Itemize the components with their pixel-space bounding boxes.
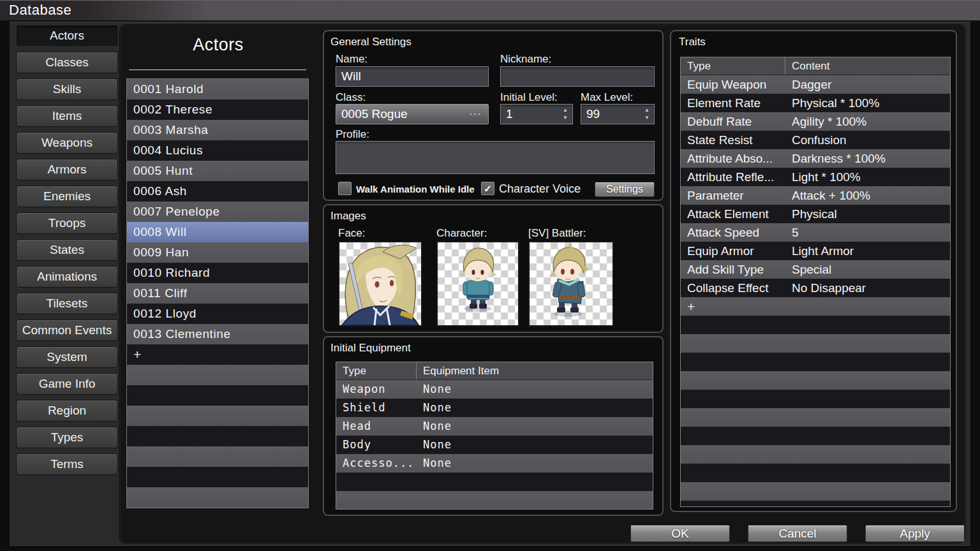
actor-list-item[interactable]: 0009 Han bbox=[127, 242, 308, 263]
actor-list-item[interactable]: 0004 Lucius bbox=[127, 140, 308, 161]
actor-list-item[interactable]: 0013 Clementine bbox=[127, 324, 308, 344]
traits-panel: Traits Type Content Equip WeaponDaggerEl… bbox=[670, 30, 957, 512]
sidebar-tab-armors[interactable]: Armors bbox=[16, 159, 118, 180]
equipment-row[interactable]: HeadNone bbox=[336, 417, 653, 436]
trait-row[interactable]: Equip WeaponDagger bbox=[681, 75, 950, 94]
sidebar-tab-classes[interactable]: Classes bbox=[16, 52, 118, 73]
empty-row bbox=[127, 467, 308, 487]
trait-row-value-cell: Agility * 100% bbox=[785, 112, 950, 131]
empty-row bbox=[681, 334, 950, 353]
sidebar-tab-actors[interactable]: Actors bbox=[16, 25, 118, 47]
actor-list-item[interactable]: 0010 Richard bbox=[127, 263, 308, 283]
trait-row-type-cell: Element Rate bbox=[681, 94, 785, 112]
nickname-label: Nickname: bbox=[500, 53, 551, 66]
actor-list-item[interactable]: 0002 Therese bbox=[127, 99, 308, 120]
sidebar-tab-terms[interactable]: Terms bbox=[16, 453, 118, 475]
actor-list-item[interactable]: 0011 Cliff bbox=[127, 283, 308, 304]
trait-row-type-cell: Equip Weapon bbox=[681, 75, 785, 94]
column-header-equipment-item: Equipment Item bbox=[417, 362, 653, 379]
titlebar: Database bbox=[0, 0, 980, 20]
character-sprite-image[interactable] bbox=[436, 241, 519, 327]
table-header: Type Equipment Item bbox=[336, 362, 653, 380]
window-title: Database bbox=[9, 2, 71, 18]
actor-list-item[interactable]: 0005 Hunt bbox=[127, 161, 308, 181]
name-label: Name: bbox=[336, 53, 368, 66]
trait-row-value-cell: Physical bbox=[785, 205, 950, 223]
empty-row bbox=[681, 371, 950, 390]
actor-list-item[interactable]: 0012 Lloyd bbox=[127, 304, 308, 324]
max-level-label: Max Level: bbox=[581, 91, 633, 104]
empty-row bbox=[681, 353, 950, 371]
face-image[interactable] bbox=[338, 241, 422, 327]
ok-button[interactable]: OK bbox=[630, 525, 730, 542]
equipment-row[interactable]: ShieldNone bbox=[336, 399, 653, 417]
trait-row[interactable]: Equip ArmorLight Armor bbox=[681, 242, 950, 260]
empty-row bbox=[681, 464, 950, 482]
sidebar-tab-enemies[interactable]: Enemies bbox=[16, 186, 118, 207]
equipment-row[interactable]: Accesso...None bbox=[336, 454, 653, 473]
name-input[interactable] bbox=[336, 66, 489, 87]
trait-row[interactable]: State ResistConfusion bbox=[681, 131, 950, 149]
trait-row[interactable]: Attribute Abso...Darkness * 100% bbox=[681, 149, 950, 168]
apply-button[interactable]: Apply bbox=[865, 525, 965, 542]
max-level-spinner[interactable]: 99 ▲▼ bbox=[581, 104, 655, 124]
trait-row-value-cell: 5 bbox=[785, 223, 950, 242]
initial-level-spinner[interactable]: 1 ▲▼ bbox=[500, 104, 573, 124]
voice-settings-button[interactable]: Settings bbox=[595, 182, 655, 197]
general-settings-panel: General Settings Name: Nickname: Class: … bbox=[323, 30, 664, 201]
sidebar-tab-states[interactable]: States bbox=[16, 239, 118, 261]
trait-row[interactable]: Debuff RateAgility * 100% bbox=[681, 112, 950, 131]
spinner-arrows-icon[interactable]: ▲▼ bbox=[561, 107, 569, 122]
sidebar-tab-animations[interactable]: Animations bbox=[16, 266, 118, 288]
sidebar-tab-tilesets[interactable]: Tilesets bbox=[16, 293, 118, 314]
trait-row-value-cell: Light Armor bbox=[785, 242, 950, 260]
sidebar-tab-region[interactable]: Region bbox=[16, 400, 118, 422]
trait-row-value-cell: Attack + 100% bbox=[785, 186, 950, 205]
equipment-row[interactable]: WeaponNone bbox=[336, 380, 653, 399]
equipment-row-value-cell: None bbox=[417, 380, 653, 399]
sidebar-tab-game-info[interactable]: Game Info bbox=[16, 373, 118, 395]
database-window: ActorsClassesSkillsItemsWeaponsArmorsEne… bbox=[9, 21, 971, 547]
profile-textarea[interactable] bbox=[336, 141, 655, 174]
sidebar-tab-common-events[interactable]: Common Events bbox=[16, 320, 118, 341]
sidebar-tab-weapons[interactable]: Weapons bbox=[16, 132, 118, 154]
sidebar-tab-troops[interactable]: Troops bbox=[16, 212, 118, 234]
trait-row[interactable]: Attribute Refle...Light * 100% bbox=[681, 168, 950, 186]
max-level-value: 99 bbox=[586, 107, 600, 121]
add-actor-row[interactable]: + bbox=[127, 344, 308, 365]
trait-row[interactable]: Attack ElementPhysical bbox=[681, 205, 950, 223]
sv-battler-image[interactable] bbox=[528, 241, 614, 327]
empty-row bbox=[681, 408, 950, 427]
actor-list-item[interactable]: 0006 Ash bbox=[127, 181, 308, 202]
add-row[interactable]: + bbox=[681, 297, 950, 316]
equipment-row[interactable]: BodyNone bbox=[336, 436, 653, 454]
class-select-button[interactable]: 0005 Rogue ··· bbox=[336, 104, 489, 124]
actor-list-item[interactable]: 0003 Marsha bbox=[127, 120, 308, 140]
trait-row[interactable]: Attack Speed5 bbox=[681, 223, 950, 242]
walk-animation-checkbox[interactable] bbox=[338, 182, 352, 195]
sidebar-tab-items[interactable]: Items bbox=[16, 105, 118, 127]
actor-list-item[interactable]: 0007 Penelope bbox=[127, 202, 308, 222]
sv-battler-label: [SV] Battler: bbox=[528, 227, 586, 240]
actor-list-item[interactable]: 0001 Harold bbox=[127, 79, 308, 99]
content-area: Actors 0001 Harold0002 Therese0003 Marsh… bbox=[119, 24, 965, 543]
character-voice-checkbox[interactable]: ✓ bbox=[481, 182, 494, 195]
sidebar-tab-system[interactable]: System bbox=[16, 346, 118, 368]
empty-row bbox=[127, 446, 308, 467]
trait-row[interactable]: Collapse EffectNo Disappear bbox=[681, 279, 950, 297]
actor-list-item[interactable]: 0008 Will bbox=[127, 222, 308, 242]
sidebar-tab-types[interactable]: Types bbox=[16, 427, 118, 448]
actor-list[interactable]: 0001 Harold0002 Therese0003 Marsha0004 L… bbox=[126, 78, 309, 508]
empty-row bbox=[681, 482, 950, 501]
class-value: 0005 Rogue bbox=[341, 107, 408, 121]
trait-row[interactable]: Element RatePhysical * 100% bbox=[681, 94, 950, 112]
cancel-button[interactable]: Cancel bbox=[748, 525, 847, 542]
nickname-input[interactable] bbox=[500, 66, 655, 87]
trait-row[interactable]: ParameterAttack + 100% bbox=[681, 186, 950, 205]
trait-row-type-cell: Collapse Effect bbox=[681, 279, 785, 297]
trait-row[interactable]: Add Skill TypeSpecial bbox=[681, 260, 950, 279]
sidebar: ActorsClassesSkillsItemsWeaponsArmorsEne… bbox=[16, 25, 118, 480]
spinner-arrows-icon[interactable]: ▲▼ bbox=[643, 107, 651, 122]
sidebar-tab-skills[interactable]: Skills bbox=[16, 78, 118, 100]
empty-row bbox=[681, 501, 950, 507]
